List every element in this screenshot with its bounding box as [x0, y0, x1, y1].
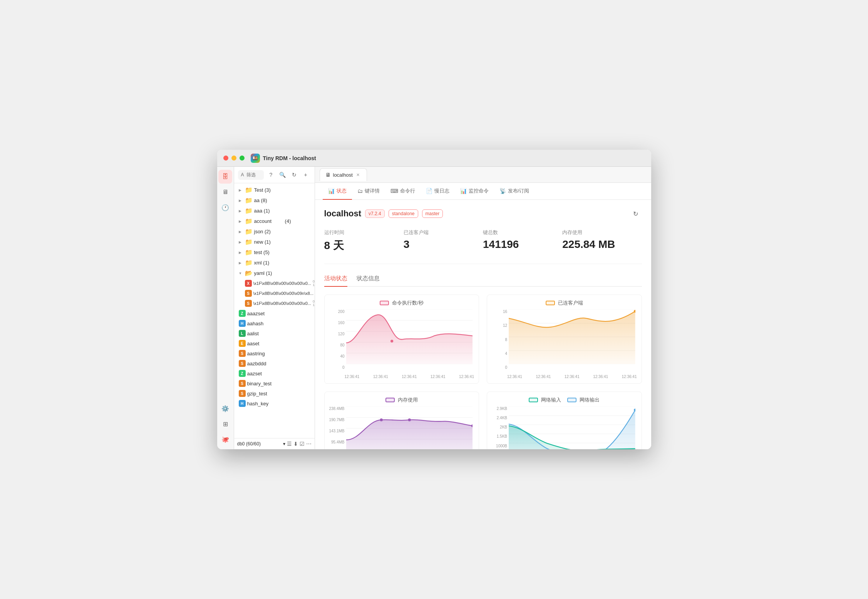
minimize-button[interactable]	[231, 156, 236, 161]
check-icon[interactable]: ☑	[300, 441, 305, 447]
chart-container: 16 12 8 4 0	[492, 310, 637, 379]
chart-y-labels: 16 12 8 4 0	[492, 310, 507, 370]
add-icon[interactable]: +	[301, 170, 311, 180]
list-item[interactable]: ▶ 📁 Test (3)	[234, 185, 315, 195]
list-item[interactable]: S \x1F\x8B\x08\x00\x00\x09n\x8... 0110	[234, 288, 315, 298]
list-item[interactable]: ▼ 📂 yaml (1)	[234, 268, 315, 278]
refresh-icon[interactable]: ↻	[289, 170, 299, 180]
list-item[interactable]: ▶ 📁 account (4)	[234, 216, 315, 226]
list-item[interactable]: S gzip_test	[234, 388, 315, 398]
chart-svg	[346, 310, 473, 364]
chart-title-row: 网络输入 网络输出	[492, 397, 637, 403]
close-button[interactable]	[223, 156, 228, 161]
list-item[interactable]: ▶ 📁 json (2)	[234, 226, 315, 237]
tab-command[interactable]: ⌨ 命令行	[385, 183, 421, 200]
chart-memory: 内存使用 238.4MB 190.7MB 143.1MB 95.4MB 47.7…	[324, 392, 479, 449]
item-label: aaset	[247, 341, 312, 346]
maximize-button[interactable]	[240, 156, 245, 161]
svg-point-19	[380, 418, 382, 421]
chart-x-labels: 12:36:41 12:36:41 12:36:41 12:36:41 12:3…	[507, 375, 637, 379]
list-item[interactable]: ▶ 📁 aaa (1)	[234, 206, 315, 216]
list-item[interactable]: ▶ 📁 new (1)	[234, 237, 315, 247]
sidebar-item-history[interactable]: 🕐	[218, 201, 232, 214]
chart-svg	[346, 407, 473, 449]
stat-keys: 键总数 141196	[483, 229, 562, 253]
db-select[interactable]: db0 (60/60) ▾	[237, 441, 285, 447]
file-tree-body[interactable]: ▶ 📁 Test (3) ▶ 📁 aa (8) ▶ 📁 aaa (1) ▶ 📁	[234, 183, 315, 438]
tab-status-info[interactable]: 状态信息	[357, 275, 380, 287]
chart-plot	[509, 310, 635, 370]
chart-container: 238.4MB 190.7MB 143.1MB 95.4MB 47.7MB 0B	[329, 407, 474, 449]
item-label: aa (8)	[254, 197, 312, 203]
item-label: hash_key	[247, 401, 312, 407]
item-label: \x1F\x8B\x08\x00\x00\x00\x0...	[253, 301, 311, 306]
tab-monitor[interactable]: 📊 监控命令	[455, 183, 494, 200]
item-label: \x1F\x8B\x08\x00\x00\x00\x0...	[253, 281, 311, 286]
filter-label: A	[241, 172, 244, 177]
tab-slow-log[interactable]: 📄 慢日志	[421, 183, 455, 200]
chart-x-labels: 12:36:41 12:36:41 12:36:41 12:36:41 12:3…	[345, 375, 474, 379]
chart-y-labels: 2.9KB 2.4KB 2KB 1.5KB 1000B 500B 0B	[492, 407, 507, 449]
sidebar-item-database[interactable]: 🗄	[218, 170, 232, 184]
chart-title-row: 命令执行数/秒	[329, 300, 474, 306]
list-item[interactable]: S aastring	[234, 348, 315, 358]
list-item[interactable]: ▶ 📁 aa (8)	[234, 195, 315, 206]
tab-pubsub[interactable]: 📡 发布/订阅	[494, 183, 535, 200]
chart-container: 2.9KB 2.4KB 2KB 1.5KB 1000B 500B 0B	[492, 407, 637, 449]
tab-activity-status[interactable]: 活动状态	[324, 275, 347, 287]
tab-monitor-label: 监控命令	[469, 187, 489, 194]
list-item[interactable]: S binary_test	[234, 378, 315, 388]
list-item[interactable]: H hash_key	[234, 398, 315, 408]
chevron-right-icon: ▶	[239, 240, 243, 244]
tab-close-button[interactable]: ✕	[355, 172, 361, 178]
sidebar-item-settings[interactable]: ⚙️	[218, 402, 232, 415]
key-type-badge: S	[245, 300, 252, 307]
list-item[interactable]: ▶ 📁 test (5)	[234, 247, 315, 258]
list-item[interactable]: Z aazset	[234, 368, 315, 378]
list-item[interactable]: S \x1F\x8B\x08\x00\x00\x00\x0... 0110	[234, 298, 315, 308]
chevron-right-icon: ▶	[239, 251, 243, 254]
sidebar-item-github[interactable]: 🐙	[218, 432, 232, 446]
filter-icon[interactable]: ☰	[287, 441, 292, 447]
chart-title-row: 内存使用	[329, 397, 474, 403]
chart-network: 网络输入 网络输出 2.9KB 2.4KB 2KB 1.5KB 1000B	[487, 392, 642, 449]
chart-title-in: 网络输入	[541, 397, 561, 403]
status-tab-icon: 📊	[328, 188, 335, 194]
chart-title-row: 已连客户端	[492, 300, 637, 306]
tab-status[interactable]: 📊 状态	[323, 183, 352, 200]
chevron-right-icon: ▶	[239, 261, 243, 265]
filter-input-container[interactable]: A 筛选	[238, 170, 264, 180]
chevron-right-icon: ▶	[239, 219, 243, 223]
content-area: 🖥 localhost ✕ 📊 状态 🗂 键详情 ⌨ 命令行	[315, 167, 651, 449]
download-icon[interactable]: ⬇	[293, 441, 298, 447]
list-item[interactable]: X \x1F\x8B\x08\x00\x00\x00\x0... 0110	[234, 278, 315, 288]
sidebar-item-terminal[interactable]: 🖥	[218, 185, 232, 199]
folder-icon: 📁	[245, 207, 253, 214]
list-item[interactable]: L aalist	[234, 328, 315, 338]
refresh-button[interactable]: ↻	[630, 207, 642, 220]
tab-localhost[interactable]: 🖥 localhost ✕	[320, 168, 367, 181]
chart-y-labels: 200 160 120 80 40 0	[329, 310, 345, 370]
list-item[interactable]: E aaset	[234, 338, 315, 348]
search-icon[interactable]: 🔍	[278, 170, 288, 180]
help-icon[interactable]: ?	[266, 170, 276, 180]
more-icon[interactable]: ⋯	[306, 441, 312, 447]
stat-clients-value: 3	[404, 238, 483, 251]
sidebar-item-apps[interactable]: ⊞	[218, 417, 232, 431]
tab-key-detail[interactable]: 🗂 键详情	[352, 183, 385, 200]
item-label: aalist	[247, 331, 312, 336]
tab-bar: 🖥 localhost ✕	[315, 167, 651, 183]
tab-slow-log-label: 慢日志	[434, 187, 449, 194]
chart-legend-out-box	[567, 398, 576, 402]
chevron-right-icon: ▶	[239, 199, 243, 202]
folder-icon: 📁	[245, 218, 253, 225]
stat-uptime-value: 8 天	[324, 238, 404, 253]
list-item[interactable]: H aahash	[234, 318, 315, 328]
list-item[interactable]: Z aaazset	[234, 308, 315, 318]
list-item[interactable]: S aazbddd	[234, 358, 315, 368]
chart-title: 已连客户端	[558, 300, 583, 306]
list-item[interactable]: ▶ 📁 xml (1)	[234, 258, 315, 268]
tab-pubsub-label: 发布/订阅	[508, 187, 530, 194]
tab-status-label: 状态	[337, 187, 347, 194]
item-label: \x1F\x8B\x08\x00\x00\x09n\x8...	[253, 291, 314, 296]
